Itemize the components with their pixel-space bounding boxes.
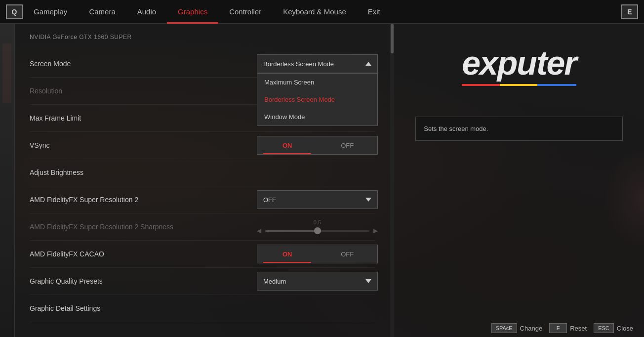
nav-item-controller[interactable]: Controller — [218, 0, 272, 24]
nav-key-q[interactable]: Q — [6, 4, 23, 19]
f-key[interactable]: F — [549, 323, 567, 333]
screen-mode-value: Borderless Screen Mode — [263, 60, 334, 68]
quality-presets-arrow-icon — [365, 279, 371, 283]
setting-row-fsr2-sharpness: AMD FidelityFX Super Resolution 2 Sharpn… — [30, 213, 375, 241]
info-box-text: Sets the screen mode. — [424, 125, 614, 132]
exputer-logo: exputer — [462, 43, 576, 82]
nav-item-graphics[interactable]: Graphics — [167, 0, 218, 24]
slider-left-arrow-icon[interactable]: ◀ — [257, 227, 261, 234]
setting-row-vsync: VSync ON OFF — [30, 132, 375, 159]
dropdown-arrow-up-icon — [365, 62, 371, 66]
bottom-bar: SPAcE Change F Reset ESC Close — [484, 319, 644, 337]
close-label: Close — [617, 325, 633, 332]
setting-label-detail-settings: Graphic Detail Settings — [30, 304, 257, 312]
quality-presets-value: Medium — [263, 278, 286, 285]
setting-label-fsr2-sharpness: AMD FidelityFX Super Resolution 2 Sharpn… — [30, 223, 257, 231]
nav-item-audio[interactable]: Audio — [126, 0, 167, 24]
nav-bar: Q Gameplay Camera Audio Graphics Control… — [0, 0, 644, 24]
info-box: Sets the screen mode. — [415, 117, 622, 141]
quality-presets-dropdown[interactable]: Medium — [257, 272, 378, 291]
cacao-off[interactable]: OFF — [318, 245, 378, 263]
space-key[interactable]: SPAcE — [491, 323, 517, 333]
nav-item-keyboard-mouse[interactable]: Keyboard & Mouse — [272, 0, 357, 24]
setting-control-screen-mode: Borderless Screen Mode Maximum Screen Bo… — [257, 54, 378, 73]
slider-track[interactable] — [265, 230, 369, 232]
fsr2-sharpness-slider[interactable]: 0.5 ◀ ▶ — [257, 219, 378, 234]
gpu-label: NVIDIA GeForce GTX 1660 SUPER — [30, 34, 375, 41]
setting-control-fsr2-sharpness: 0.5 ◀ ▶ — [257, 219, 378, 234]
reset-label: Reset — [570, 325, 587, 332]
setting-control-quality-presets: Medium — [257, 272, 378, 291]
setting-label-quality-presets: Graphic Quality Presets — [30, 277, 257, 285]
menu-item-maximum-screen[interactable]: Maximum Screen — [257, 74, 377, 91]
nav-key-e[interactable]: E — [621, 4, 638, 19]
setting-label-brightness: Adjust Brightness — [30, 168, 257, 176]
logo-area: exputer — [404, 43, 634, 82]
setting-label-vsync: VSync — [30, 141, 257, 149]
setting-label-screen-mode: Screen Mode — [30, 60, 257, 68]
nav-item-gameplay[interactable]: Gameplay — [23, 0, 78, 24]
setting-row-quality-presets: Graphic Quality Presets Medium — [30, 268, 375, 295]
scroll-thumb[interactable] — [391, 24, 394, 53]
screen-mode-menu: Maximum Screen Borderless Screen Mode Wi… — [257, 73, 378, 126]
settings-panel: NVIDIA GeForce GTX 1660 SUPER Screen Mod… — [15, 24, 390, 337]
left-strip — [0, 24, 15, 337]
setting-label-max-frame: Max Frame Limit — [30, 114, 257, 122]
setting-label-cacao: AMD FidelityFX CACAO — [30, 250, 257, 258]
slider-value: 0.5 — [314, 219, 321, 225]
corner-decoration — [604, 149, 644, 248]
nav-item-camera[interactable]: Camera — [78, 0, 126, 24]
right-panel: exputer Sets the screen mode. — [394, 24, 644, 337]
cacao-toggle[interactable]: ON OFF — [257, 245, 378, 263]
slider-right-arrow-icon[interactable]: ▶ — [373, 227, 378, 234]
setting-row-detail-settings: Graphic Detail Settings — [30, 295, 375, 322]
setting-control-vsync: ON OFF — [257, 136, 378, 155]
screen-mode-dropdown[interactable]: Borderless Screen Mode — [257, 54, 378, 73]
vsync-off[interactable]: OFF — [318, 136, 378, 154]
setting-row-screen-mode: Screen Mode Borderless Screen Mode Maxim… — [30, 50, 375, 78]
main-layout: NVIDIA GeForce GTX 1660 SUPER Screen Mod… — [0, 24, 644, 337]
setting-row-cacao: AMD FidelityFX CACAO ON OFF — [30, 241, 375, 268]
nav-item-exit[interactable]: Exit — [357, 0, 391, 24]
change-label: Change — [520, 325, 543, 332]
esc-key[interactable]: ESC — [594, 323, 614, 333]
vsync-toggle[interactable]: ON OFF — [257, 136, 378, 155]
slider-track-container: ◀ ▶ — [257, 227, 378, 234]
fsr2-dropdown-arrow-icon — [365, 198, 371, 202]
fsr2-dropdown[interactable]: OFF — [257, 190, 378, 209]
setting-label-resolution: Resolution — [30, 87, 257, 95]
menu-item-borderless[interactable]: Borderless Screen Mode — [257, 91, 377, 108]
menu-item-window-mode[interactable]: Window Mode — [257, 108, 377, 126]
cacao-on[interactable]: ON — [257, 245, 318, 263]
setting-control-fsr2: OFF — [257, 190, 378, 209]
setting-control-cacao: ON OFF — [257, 245, 378, 263]
scroll-strip[interactable] — [390, 24, 394, 337]
setting-label-fsr2: AMD FidelityFX Super Resolution 2 — [30, 196, 257, 204]
setting-row-fsr2: AMD FidelityFX Super Resolution 2 OFF — [30, 186, 375, 213]
slider-fill — [265, 230, 318, 232]
vsync-on[interactable]: ON — [257, 136, 318, 154]
screen-mode-container: Borderless Screen Mode Maximum Screen Bo… — [257, 54, 378, 73]
setting-row-brightness: Adjust Brightness — [30, 159, 375, 186]
fsr2-value: OFF — [263, 196, 276, 204]
slider-thumb[interactable] — [314, 227, 321, 234]
